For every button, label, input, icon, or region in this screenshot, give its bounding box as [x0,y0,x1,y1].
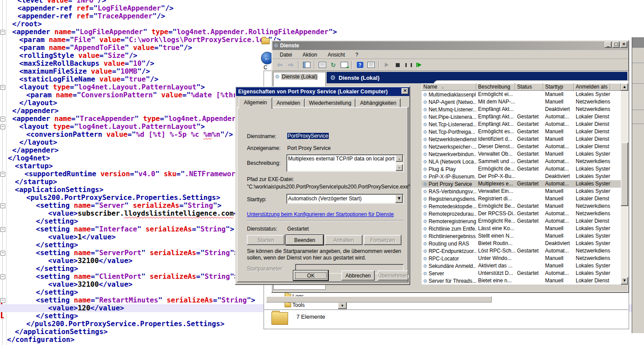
chevron-down-icon[interactable]: ▼ [395,195,403,203]
close-button[interactable]: × [620,42,627,48]
menu-item-datei[interactable]: Datei [280,52,292,58]
starten-button[interactable]: Starten [247,235,285,245]
beschreibung-textbox[interactable]: Multiplexes external TCP/IP data on loca… [286,154,404,172]
table-row[interactable]: ⚙Multimediaklassenpl...Ermöglicht ei...M… [422,91,621,98]
service-gear-icon: ⚙ [423,196,427,202]
cell-starttyp: Deaktiviert [543,106,574,113]
column-header-name[interactable]: Name▲ [422,83,476,91]
refresh-icon[interactable]: ↻ [329,61,338,69]
service-gear-icon: ⚙ [423,271,427,277]
service-gear-icon: ⚙ [423,226,427,232]
table-row[interactable]: ⚙Net.Pipe-Listenera...Empfängt Akt...Ges… [422,113,621,121]
cell-status [515,277,543,285]
table-row[interactable]: ⚙Net.Msmq-Listener...Empfängt Akt...Deak… [422,106,621,113]
menu-item-aktion[interactable]: Aktion [303,52,317,58]
scroll-up-icon[interactable]: ▲ [396,155,403,162]
dienstname-value[interactable]: PortProxyService [287,133,329,139]
export-list-icon[interactable] [340,61,348,69]
cell-beschreibung: Aktiviert das ... [476,262,515,270]
pause-icon[interactable] [404,61,413,69]
table-row[interactable]: ⚙Port Proxy ServiceMultiplexes e...Gesta… [422,180,621,188]
table-row[interactable]: ⚙Plug & PlayErmöglicht de...GestartetAut… [422,165,621,173]
table-row[interactable]: ⚙Sekundäre Anmeld...Aktiviert das ...Man… [422,262,621,270]
cell-beschreibung: Dieser Dienst... [476,143,515,150]
menu-item-?[interactable]: ? [355,52,359,58]
column-header-starttyp[interactable]: Starttyp [543,83,574,91]
menu-item-ansicht[interactable]: Ansicht [327,52,345,58]
scroll-up-button[interactable]: ▲ [621,83,628,91]
scrollbar-thumb[interactable] [621,142,628,206]
properties-icon[interactable] [318,61,327,69]
vertical-scrollbar[interactable]: ▲ ▼ [621,83,628,285]
column-header-status[interactable]: Status [515,83,543,91]
table-row[interactable]: ⚙Remotedesktopdie...Ermöglicht Be...Gest… [422,203,621,210]
restart-icon[interactable] [415,61,424,69]
extended-view-icon[interactable] [366,61,375,69]
cell-starttyp: Manuell [543,277,574,285]
service-gear-icon: ⚙ [423,137,427,142]
minimize-button[interactable]: _ [605,42,612,48]
tab-wiederherstellung[interactable]: Wiederherstellung [305,99,356,108]
textbox-scrollbar[interactable]: ▲ ▼ [396,155,403,171]
close-icon[interactable]: × [401,88,408,94]
cell-beschreibung: Der PnP-X-Bu... [476,173,515,180]
table-row[interactable]: ⚙RPC-LocatorUnter Windo...ManuellNetzwer… [422,255,621,262]
table-row[interactable]: ⚙Remoteprozedurau...Der RPCSS-Di...Gesta… [422,210,621,217]
back-icon[interactable]: ⇦ [275,61,284,69]
ok-button[interactable]: OK [293,270,328,281]
table-row[interactable]: ⚙Net.Tcp-Portfreiga...Ermöglicht es...Ge… [422,128,621,135]
table-row[interactable]: ⚙Net.Tcp-Listenerad...Empfängt Akt...Ges… [422,121,621,128]
list-item[interactable]: Tools [285,302,337,308]
table-row[interactable]: ⚙Richtlinienergebniss...Stellt einen N..… [422,232,621,240]
dialog-title: Eigenschaften von Port Proxy Service (Lo… [238,89,388,95]
table-row[interactable]: ⚙RPC-Endpunktzuor...Löst RPC-Sch...Gesta… [422,247,621,255]
cell-status: Gestartet [515,247,543,255]
table-row[interactable]: ⚙Routing und RASBietet Routin...Deaktivi… [422,240,621,247]
cell-anmelden-als: Lokales System [574,91,610,98]
dialog-titlebar[interactable]: Eigenschaften von Port Proxy Service (Lo… [236,87,409,96]
tab-allgemein[interactable]: Allgemein [239,98,272,109]
table-row[interactable]: ⚙ServerUnterstützt D...GestartetAutomat.… [422,270,621,277]
bernehmen-button[interactable]: Übernehmen [378,270,408,281]
scroll-down-button[interactable]: ▼ [621,277,628,285]
tab-abhngigkeiten[interactable]: Abhängigkeiten [355,99,401,108]
cell-name: ⚙NAP-Agent (Netwo... [422,98,476,106]
startoptions-help-link[interactable]: Unterstützung beim Konfigurieren der Sta… [247,211,394,217]
table-row[interactable]: ⚙RemoteregistrierungErmöglicht Re...Gest… [422,217,621,225]
folder-icon [285,302,291,307]
forward-icon[interactable]: ⇨ [286,61,295,69]
cell-name: ⚙Net.Tcp-Portfreiga... [422,128,476,135]
services-window-titlebar[interactable]: ⚙ Dienste [272,41,628,50]
table-row[interactable]: ⚙Registrierungsdiens...Registriert di...… [422,195,621,203]
column-header-beschreibung[interactable]: Beschreibung [476,83,515,91]
anhalten-button[interactable]: Anhalten [325,235,362,245]
start-icon[interactable] [382,61,391,69]
stop-icon[interactable] [393,61,402,69]
table-row[interactable]: ⚙NAP-Agent (Netwo...Mit dem NAP-...Manue… [422,98,621,106]
table-row[interactable]: ⚙NetzwerklistendienstIdentifiziert d...G… [422,135,621,143]
table-row[interactable]: ⚙NLA (Network Loca...Sammelt und ...Gest… [422,158,621,165]
table-row[interactable]: ⚙Richtlinie zum Entfe...Lässt eine Ko...… [422,225,621,232]
cell-anmelden-als: Lokaler Dienst [574,113,610,121]
tree-item-dienste-lokal[interactable]: ⚙ Dienste (Lokal) [274,72,325,80]
table-row[interactable]: ⚙RAS-Verbindungsv...Verwaltet Ein...Manu… [422,188,621,195]
column-header-anmeldenals[interactable]: Anmelden als [574,83,610,91]
table-row[interactable]: ⚙Server für Threads...Bietet eine n...Ma… [422,277,621,285]
tab-anmelden[interactable]: Anmelden [272,99,305,108]
starttyp-combobox[interactable]: Automatisch (Verzögerter Start) ▼ [286,194,404,204]
cell-status: Gestartet [515,165,543,173]
fortsetzen-button[interactable]: Fortsetzen [364,235,401,245]
horizontal-scrollbar[interactable] [266,296,492,302]
table-row[interactable]: ⚙PnP-X-IP-Busenum...Der PnP-X-Bu...Deakt… [422,173,621,180]
help-icon[interactable]: ? [355,61,364,69]
cell-starttyp: Manuell [543,255,574,262]
table-row[interactable]: ⚙Netzwerkverbindun...Verwaltet Ob...Gest… [422,150,621,158]
show-tree-icon[interactable] [302,61,311,69]
abbrechen-button[interactable]: Abbrechen [341,270,375,281]
scroll-down-icon[interactable]: ▼ [396,164,403,171]
maximize-button[interactable]: □ [612,42,619,48]
dropdown-button[interactable]: ▼ [338,302,347,309]
beenden-button[interactable]: Beenden [286,235,324,245]
cell-anmelden-als: Lokales System [574,173,610,180]
table-row[interactable]: ⚙Netzwerkspeicher-...Dieser Dienst...Ges… [422,143,621,150]
